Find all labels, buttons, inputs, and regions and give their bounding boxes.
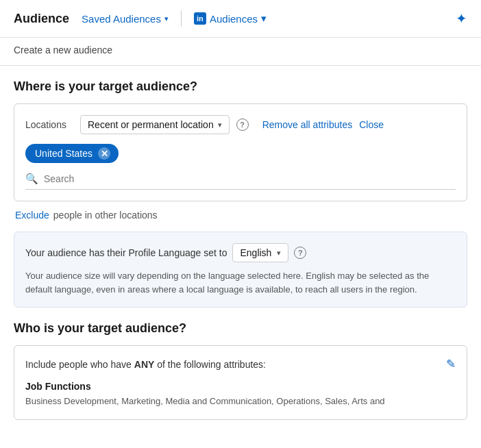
language-row: Your audience has their Profile Language… — [25, 243, 456, 262]
search-input[interactable] — [44, 173, 456, 184]
edit-attributes-button[interactable]: ✎ — [446, 357, 456, 371]
linkedin-icon: in — [194, 12, 206, 25]
exclude-description: people in other locations — [53, 210, 158, 221]
united-states-tag: United States ✕ — [25, 144, 119, 163]
language-select[interactable]: English ▾ — [232, 243, 288, 262]
include-prefix: Include people who have — [25, 359, 134, 370]
who-section: Who is your target audience? Include peo… — [14, 321, 467, 420]
remove-all-attributes-button[interactable]: Remove all attributes — [262, 119, 353, 130]
header: Audience Saved Audiences ▾ in Audiences … — [0, 0, 481, 38]
tag-label: United States — [35, 148, 92, 159]
attributes-card: Include people who have ANY of the follo… — [14, 345, 467, 420]
location-type-label: Recent or permanent location — [88, 119, 214, 130]
language-card: Your audience has their Profile Language… — [14, 232, 467, 308]
saved-audiences-chevron-icon: ▾ — [164, 14, 169, 23]
locations-card: Locations Recent or permanent location ▾… — [14, 103, 467, 201]
include-suffix: of the following attributes: — [154, 359, 266, 370]
locations-row: Locations Recent or permanent location ▾… — [25, 115, 456, 134]
language-value: English — [240, 247, 271, 258]
location-help-icon[interactable]: ? — [236, 119, 249, 131]
attributes-header: Include people who have ANY of the follo… — [25, 357, 456, 371]
search-row: 🔍 — [25, 173, 456, 190]
sub-header: Create a new audience — [0, 38, 481, 66]
close-button[interactable]: Close — [359, 119, 384, 130]
attributes-header-text: Include people who have ANY of the follo… — [25, 359, 266, 370]
locations-label: Locations — [25, 119, 73, 130]
audiences-button[interactable]: in Audiences ▾ — [190, 10, 271, 27]
search-icon: 🔍 — [25, 173, 38, 185]
saved-audiences-button[interactable]: Saved Audiences ▾ — [77, 10, 173, 27]
language-chevron-icon: ▾ — [277, 249, 281, 258]
saved-audiences-label: Saved Audiences — [82, 13, 161, 25]
create-audience-text: Create a new audience — [14, 45, 112, 55]
exclude-button[interactable]: Exclude — [15, 210, 49, 221]
remove-tag-button[interactable]: ✕ — [98, 147, 110, 160]
header-divider — [181, 10, 182, 27]
selected-location-row: United States ✕ — [25, 144, 456, 163]
audiences-chevron-icon: ▾ — [261, 12, 267, 25]
language-note: Your audience size will vary depending o… — [25, 269, 456, 296]
job-functions-title: Job Functions — [25, 381, 456, 392]
job-functions-description: Business Development, Marketing, Media a… — [25, 395, 456, 408]
audiences-label: Audiences — [210, 13, 258, 25]
main-content: Where is your target audience? Locations… — [0, 66, 481, 434]
who-section-title: Who is your target audience? — [14, 321, 467, 336]
language-prefix-text: Your audience has their Profile Language… — [25, 247, 227, 258]
location-type-select[interactable]: Recent or permanent location ▾ — [80, 115, 230, 134]
location-type-chevron-icon: ▾ — [218, 121, 222, 129]
include-any: ANY — [134, 359, 155, 370]
where-section-title: Where is your target audience? — [14, 79, 467, 94]
page-title: Audience — [14, 12, 69, 26]
language-help-icon[interactable]: ? — [294, 247, 306, 259]
exclude-row: Exclude people in other locations — [14, 210, 467, 221]
gear-icon-button[interactable]: ✦ — [456, 10, 467, 27]
